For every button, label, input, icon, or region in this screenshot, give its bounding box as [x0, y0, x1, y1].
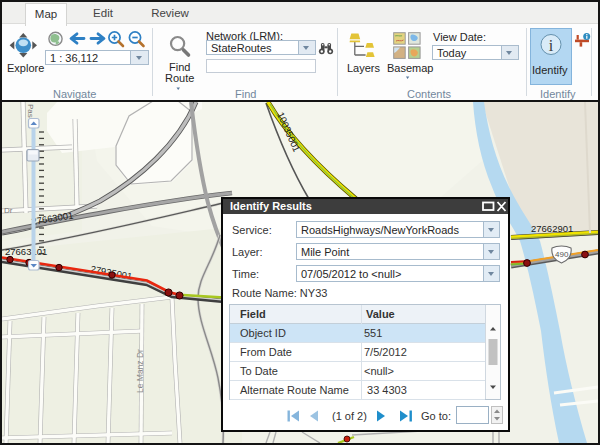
svg-text:490: 490: [555, 250, 569, 259]
svg-text:Dr: Dr: [4, 206, 13, 215]
svg-text:27662901: 27662901: [531, 222, 573, 233]
svg-text:i: i: [549, 37, 554, 54]
svg-text:Le Manz Dr: Le Manz Dr: [135, 348, 145, 392]
svg-text:Pas: Pas: [26, 104, 35, 118]
